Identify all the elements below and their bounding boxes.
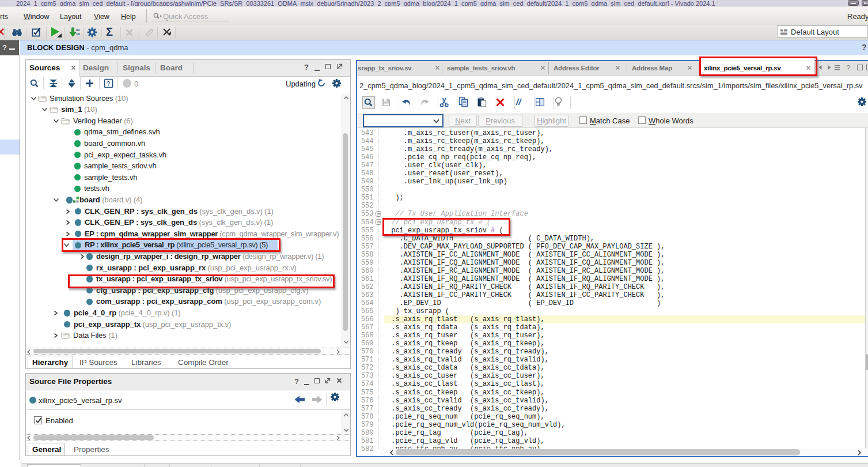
svg-text:10: 10 xyxy=(76,32,80,36)
svg-text:?: ? xyxy=(107,80,110,87)
svg-text:01: 01 xyxy=(76,28,80,32)
